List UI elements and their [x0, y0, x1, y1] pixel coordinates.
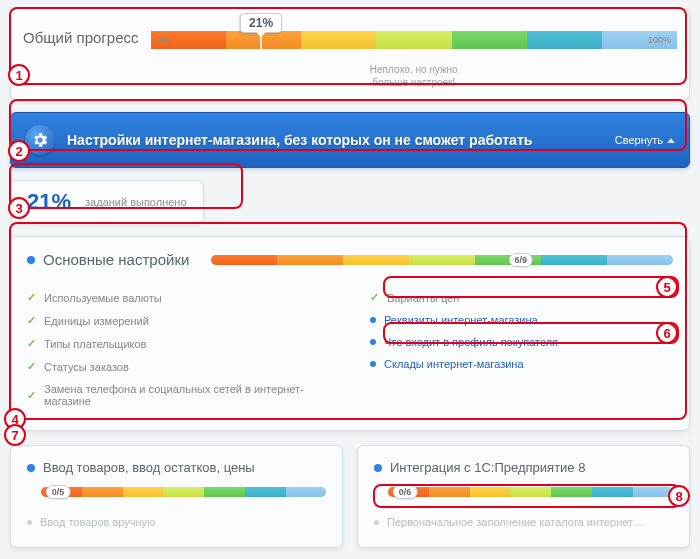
setting-row-buyer-profile[interactable]: Что входит в профиль покупателя — [370, 331, 673, 353]
goods-entry-badge: 0/5 — [46, 485, 71, 499]
setting-row-order-statuses[interactable]: ✓Статусы заказов — [27, 355, 330, 378]
1c-integration-progress-bar — [388, 487, 673, 497]
goods-entry-section: Ввод товаров, ввод остатков, цены 0/5 Вв… — [10, 445, 343, 548]
bullet-icon — [370, 339, 376, 345]
main-settings-right-col: ✓Варианты цен Реквизиты интернет-магазин… — [370, 286, 673, 412]
1c-integration-title: Интеграция с 1С:Предприятие 8 — [390, 460, 585, 475]
1c-integration-section: Интеграция с 1С:Предприятие 8 0/6 Первон… — [357, 445, 690, 548]
banner-title: Настройки интернет-магазина, без которых… — [67, 132, 603, 148]
bullet-icon — [370, 361, 376, 367]
main-settings-section: Основные настройки 6/9 ✓Используемые вал… — [10, 236, 690, 431]
setting-row-units[interactable]: ✓Единицы измерений — [27, 309, 330, 332]
main-settings-left-col: ✓Используемые валюты ✓Единицы измерений … — [27, 286, 330, 412]
progress-max-label: 100% — [648, 35, 671, 45]
main-settings-title: Основные настройки — [43, 251, 189, 268]
required-settings-banner[interactable]: Настройки интернет-магазина, без которых… — [10, 112, 690, 168]
goods-entry-progress-bar — [41, 487, 326, 497]
collapse-button[interactable]: Свернуть — [615, 134, 675, 146]
tasks-done-percent: 21% — [27, 189, 71, 215]
check-icon: ✓ — [27, 337, 36, 350]
main-settings-progress-bar — [211, 255, 673, 265]
progress-marker: 21% — [240, 13, 282, 33]
section-bullet-icon — [374, 464, 382, 472]
section-bullet-icon — [27, 464, 35, 472]
setting-row-phone-social[interactable]: ✓Замена телефона и социальных сетей в ин… — [27, 378, 330, 412]
check-icon: ✓ — [27, 360, 36, 373]
bullet-icon — [374, 520, 379, 525]
setting-row-price-variants[interactable]: ✓Варианты цен — [370, 286, 673, 309]
check-icon: ✓ — [27, 291, 36, 304]
tasks-done-pill: 21% заданий выполнено — [10, 180, 204, 224]
overall-progress-bar: 0% 100% 21% — [151, 31, 678, 49]
setting-row-payer-types[interactable]: ✓Типы плательщиков — [27, 332, 330, 355]
setting-row-currencies[interactable]: ✓Используемые валюты — [27, 286, 330, 309]
overall-progress-caption: Неплохо, но нужно больше настроек! — [370, 63, 458, 89]
check-icon: ✓ — [27, 389, 36, 402]
chevron-up-icon — [667, 138, 675, 143]
overall-progress-card: Общий прогресс 0% 100% 21% Неплохо, но н… — [10, 8, 690, 100]
progress-min-label: 0% — [157, 35, 170, 45]
1c-integration-badge: 0/6 — [393, 485, 418, 499]
setting-row-store-details[interactable]: Реквизиты интернет-магазина — [370, 309, 673, 331]
bullet-icon — [370, 317, 376, 323]
setting-row-warehouses[interactable]: Склады интернет-магазина — [370, 353, 673, 375]
main-settings-badge: 6/9 — [508, 253, 533, 267]
bullet-icon — [27, 520, 32, 525]
section-bullet-icon — [27, 256, 35, 264]
1c-integration-muted-item[interactable]: Первоначальное заполнение каталога интер… — [374, 511, 673, 533]
overall-progress-title: Общий прогресс — [23, 19, 139, 46]
tasks-done-caption: заданий выполнено — [85, 196, 187, 208]
check-icon: ✓ — [27, 314, 36, 327]
goods-entry-title: Ввод товаров, ввод остатков, цены — [43, 460, 255, 475]
check-icon: ✓ — [370, 291, 379, 304]
goods-entry-muted-item[interactable]: Ввод товаров вручную — [27, 511, 326, 533]
gear-icon — [25, 125, 55, 155]
